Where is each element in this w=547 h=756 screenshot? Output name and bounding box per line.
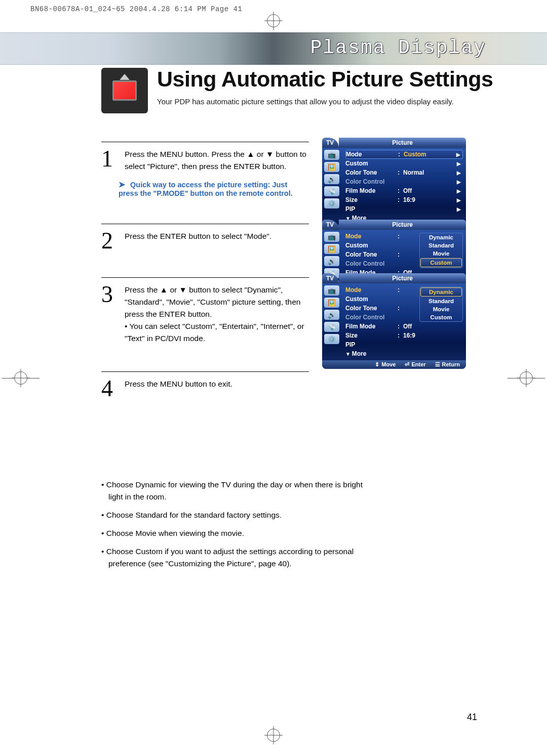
note-custom: Choose Custom if you want to adjust the …: [101, 545, 365, 570]
print-header-line: BN68-00678A-01_024~65 2004.4.28 6:14 PM …: [30, 5, 242, 13]
osd-row-more: More: [345, 349, 463, 358]
osd-setup-icon: ⚙️: [324, 198, 339, 208]
osd-popup-dynamic: Dynamic: [420, 287, 462, 297]
osd-setup-icon: ⚙️: [324, 334, 339, 344]
step-2-number: 2: [101, 230, 115, 251]
osd-input-icon: 📺: [324, 232, 339, 242]
osd-popup-standard: Standard: [420, 241, 462, 249]
osd-row-mode: Mode : Custom ▶: [345, 150, 463, 159]
osd-row-pip: PIP▶: [345, 204, 463, 214]
crop-mark-top: [267, 14, 280, 27]
osd-popup-movie: Movie: [420, 249, 462, 258]
osd-tab: TV: [322, 138, 339, 148]
step-1-number: 1: [101, 148, 115, 173]
osd-sound-icon: 🔊: [324, 256, 339, 266]
step-3-block: 3 Press the ▲ or ▼ button to select "Dyn…: [101, 277, 476, 345]
step-3-number: 3: [101, 284, 115, 345]
step-1-tip-text: Quick way to access the picture setting:…: [119, 181, 293, 197]
osd-sound-icon: 🔊: [324, 310, 339, 320]
osd-popup-custom: Custom: [420, 258, 462, 267]
notes-list: Choose Dynamic for viewing the TV during…: [101, 479, 365, 576]
osd-picture-icon: 🖼️: [324, 244, 339, 254]
step-2-block: 2 Press the ENTER button to select "Mode…: [101, 224, 476, 251]
osd-screenshot-1: TV Picture 📺 🖼️ 🔊 📡 ⚙️ Mode : Custom ▶: [322, 138, 466, 233]
osd-mode-popup: Dynamic Standard Movie Custom: [419, 286, 463, 322]
crop-mark-bottom: [267, 729, 280, 742]
step-4-block: 4 Press the MENU button to exit.: [101, 371, 476, 399]
osd-screenshot-3: TV Picture 📺 🖼️ 🔊 📡 ⚙️ Mode: Custom: [322, 273, 466, 369]
osd-row-colortone: Color Tone:Normal▶: [345, 168, 463, 177]
osd-row-pip: PIP: [345, 340, 463, 349]
page-subtitle: Your PDP has automatic picture settings …: [157, 97, 454, 106]
osd-sidebar: 📺 🖼️ 🔊 📡 ⚙️: [324, 150, 342, 221]
osd-channel-icon: 📡: [324, 186, 339, 196]
osd-row-colorcontrol: Color Control▶: [345, 177, 463, 186]
osd-channel-icon: 📡: [324, 322, 339, 332]
osd-row-custom: Custom▶: [345, 159, 463, 168]
crop-mark-right: [507, 371, 545, 385]
osd-picture-icon: 🖼️: [324, 298, 339, 308]
osd-sound-icon: 🔊: [324, 174, 339, 184]
page-number: 41: [467, 712, 477, 723]
note-dynamic: Choose Dynamic for viewing the TV during…: [101, 479, 365, 503]
osd-row-filmmode: Film Mode:Off: [345, 322, 463, 331]
step-3-text: Press the ▲ or ▼ button to select "Dynam…: [125, 284, 310, 345]
step-1-text: Press the MENU button. Press the ▲ or ▼ …: [125, 148, 310, 173]
content-area: 1 Press the MENU button. Press the ▲ or …: [101, 142, 476, 425]
osd-popup-dynamic: Dynamic: [420, 233, 462, 241]
osd-input-icon: 📺: [324, 150, 339, 160]
osd-row-filmmode: Film Mode:Off▶: [345, 186, 463, 195]
osd-row-size: Size:16:9▶: [345, 195, 463, 204]
osd-popup-custom: Custom: [420, 313, 462, 321]
tv-icon: [101, 68, 148, 113]
step-1-block: 1 Press the MENU button. Press the ▲ or …: [101, 142, 476, 197]
banner-title: Plasma Display: [310, 37, 486, 59]
note-standard: Choose Standard for the standard factory…: [101, 509, 365, 521]
osd-popup-movie: Movie: [420, 305, 462, 313]
step-1-tip: ➤ Quick way to access the picture settin…: [119, 180, 304, 197]
page-banner: Plasma Display: [0, 32, 547, 65]
step-2-text: Press the ENTER button to select "Mode".: [125, 230, 271, 251]
osd-row-size: Size:16:9: [345, 331, 463, 340]
page-title: Using Automatic Picture Settings: [157, 67, 493, 92]
step-4-number: 4: [101, 378, 115, 399]
step-4-text: Press the MENU button to exit.: [125, 378, 232, 399]
crop-mark-left: [2, 371, 40, 385]
osd-input-icon: 📺: [324, 285, 339, 296]
osd-title: Picture: [339, 138, 466, 148]
osd-mode-popup: Dynamic Standard Movie Custom: [419, 233, 463, 268]
osd-picture-icon: 🖼️: [324, 162, 339, 172]
tip-arrow-icon: ➤: [119, 180, 125, 189]
osd-popup-standard: Standard: [420, 297, 462, 305]
note-movie: Choose Movie when viewing the movie.: [101, 527, 365, 539]
